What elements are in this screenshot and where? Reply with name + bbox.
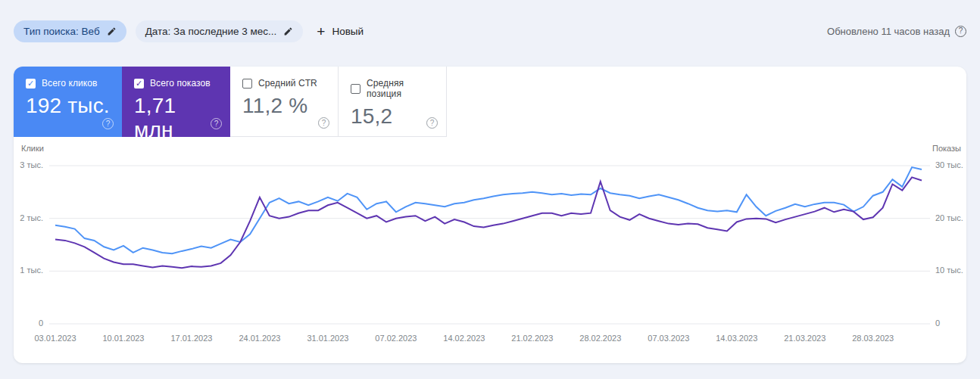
new-filter-button[interactable]: + Новый	[312, 21, 368, 42]
edit-pencil-icon[interactable]	[107, 26, 117, 36]
performance-chart: Клики Показы 3 тыс.30 тыс.2 тыс.20 тыс.1…	[14, 67, 966, 363]
performance-panel: ✓ Всего кликов 192 тыс. ? ✓ Всего показо…	[14, 67, 966, 363]
date-filter-chip[interactable]: Дата: За последние 3 мес...	[136, 20, 304, 42]
series-line-impressions[interactable]	[55, 177, 922, 268]
filter-bar: Тип поиска: Веб Дата: За последние 3 мес…	[14, 20, 966, 42]
last-updated-text: Обновлено 11 часов назад	[827, 26, 950, 37]
plus-icon: +	[317, 24, 325, 39]
new-filter-label: Новый	[332, 26, 364, 37]
series-line-clicks[interactable]	[55, 167, 922, 253]
search-console-performance-page: { "filters": { "search_type_chip": "Тип …	[0, 0, 980, 379]
last-updated: Обновлено 11 часов назад ?	[827, 26, 966, 37]
help-icon[interactable]: ?	[955, 26, 966, 37]
chart-plot-area[interactable]	[14, 67, 966, 363]
edit-pencil-icon[interactable]	[283, 26, 293, 36]
search-type-filter-label: Тип поиска: Веб	[23, 26, 100, 37]
date-filter-label: Дата: За последние 3 мес...	[145, 26, 277, 37]
search-type-filter-chip[interactable]: Тип поиска: Веб	[14, 20, 126, 42]
